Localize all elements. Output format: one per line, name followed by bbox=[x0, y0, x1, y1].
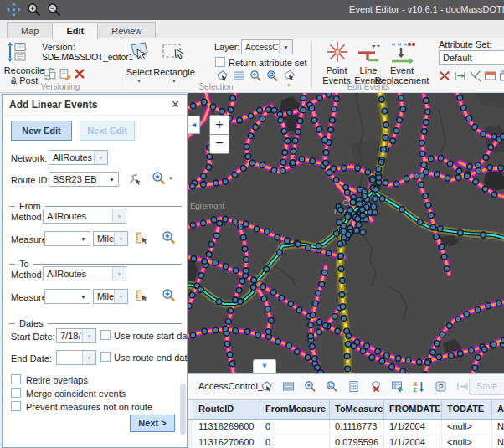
column-header-RouteID[interactable]: RouteID bbox=[193, 400, 260, 419]
layer-dropdown-icon[interactable]: ▼ bbox=[279, 40, 292, 54]
end-date-dropdown-icon[interactable]: ▼ bbox=[82, 351, 95, 364]
to-measure-select-icon[interactable] bbox=[135, 289, 149, 303]
zoom-to-icon[interactable] bbox=[326, 380, 339, 394]
network-dropdown-icon[interactable]: ▼ bbox=[94, 151, 107, 164]
new-version-icon[interactable] bbox=[59, 68, 71, 80]
event-replacement-icon[interactable] bbox=[388, 39, 415, 64]
end-date-combobox[interactable]: ▼ bbox=[56, 350, 96, 365]
collapse-panel-bottom-button[interactable]: ▼ bbox=[253, 359, 276, 373]
measure-icon[interactable] bbox=[454, 70, 466, 82]
route-id-combobox[interactable]: BSR23 EB ▼ bbox=[49, 172, 119, 187]
next-edit-button[interactable]: Next Edit bbox=[80, 121, 135, 141]
attribute-set-label: Attribute Set: bbox=[439, 39, 492, 49]
row-gutter[interactable] bbox=[188, 435, 193, 448]
column-header-FromMeasure[interactable]: FromMeasure bbox=[260, 400, 330, 419]
sort-icon[interactable]: AZ bbox=[413, 380, 426, 394]
cell-FromMeasure: 0 bbox=[260, 420, 330, 435]
option-checkbox-2[interactable] bbox=[11, 401, 21, 411]
from-method-combobox[interactable]: AllRoutes ▼ bbox=[43, 209, 126, 224]
tab-map[interactable]: Map bbox=[7, 22, 53, 39]
from-measure-select-icon[interactable] bbox=[135, 231, 149, 245]
row-gutter[interactable] bbox=[188, 420, 193, 435]
new-edit-button[interactable]: New Edit bbox=[11, 121, 72, 141]
layer-combobox[interactable]: AccessControl_A ▼ bbox=[241, 39, 293, 54]
rectangle-tool-icon[interactable] bbox=[161, 39, 186, 64]
map-zoom-in-button[interactable]: + bbox=[209, 115, 229, 135]
from-measure-zoom-icon[interactable] bbox=[162, 230, 176, 245]
calculator-icon[interactable] bbox=[347, 380, 361, 394]
zoom-selected-icon[interactable] bbox=[304, 380, 317, 394]
network-combobox[interactable]: AllRoutes ▼ bbox=[49, 150, 108, 165]
table-row-1[interactable]: 1131627060000.07955961/1/2004<null>N bbox=[188, 435, 504, 448]
reconcile-post-icon[interactable] bbox=[7, 41, 28, 63]
attribute-set-combobox[interactable]: Default bbox=[439, 50, 504, 65]
panel-title: Add Linear Events bbox=[9, 99, 97, 111]
panel-scrollbar-thumb[interactable] bbox=[180, 384, 186, 435]
map-view[interactable]: EgremontGreatBarrington ◄ + − ▼ bbox=[188, 92, 504, 373]
route-select-icon[interactable] bbox=[128, 172, 142, 186]
option-checkbox-0[interactable] bbox=[11, 374, 21, 384]
use-route-start-checkbox[interactable] bbox=[100, 330, 111, 340]
zoom-to-icon[interactable] bbox=[266, 70, 279, 82]
collapse-panel-left-button[interactable]: ◄ bbox=[188, 116, 200, 134]
option-checkbox-1[interactable] bbox=[11, 388, 21, 398]
from-unit-combobox[interactable]: Miles ▼ bbox=[93, 231, 128, 246]
map-zoom-out-button[interactable]: − bbox=[209, 134, 229, 154]
pan-icon[interactable] bbox=[7, 3, 21, 17]
polygon-select-icon[interactable] bbox=[260, 380, 274, 394]
refresh-version-icon[interactable] bbox=[44, 68, 56, 80]
rectangle-button[interactable]: Rectangle bbox=[151, 67, 198, 77]
to-measure-dropdown-icon[interactable]: ▼ bbox=[77, 290, 90, 303]
attribute-table-icon[interactable] bbox=[233, 70, 245, 82]
grid-layer-label[interactable]: AccessControl_A bbox=[198, 381, 269, 391]
select-tool-icon[interactable] bbox=[126, 39, 151, 64]
route-id-dropdown-icon[interactable]: ▼ bbox=[105, 173, 118, 186]
split-event-icon[interactable] bbox=[439, 70, 451, 82]
cell-FROMDATE: 1/1/2004 bbox=[384, 420, 442, 435]
clear-selection-icon[interactable] bbox=[369, 380, 383, 394]
to-measure-zoom-icon[interactable] bbox=[162, 288, 176, 302]
column-header-FROMDATE[interactable]: FROMDATE bbox=[384, 400, 442, 419]
snap-icon[interactable] bbox=[469, 70, 481, 82]
zoom-in-icon[interactable] bbox=[27, 3, 41, 17]
next-button[interactable]: Next > bbox=[130, 415, 175, 432]
start-date-dropdown-icon[interactable]: ▼ bbox=[82, 329, 95, 342]
measure-icon[interactable] bbox=[456, 380, 470, 394]
tab-edit[interactable]: Edit bbox=[52, 22, 98, 39]
zoom-route-icon[interactable] bbox=[152, 171, 166, 185]
select-shape-icon[interactable] bbox=[283, 70, 296, 82]
zoom-out-icon[interactable] bbox=[47, 3, 61, 17]
to-measure-combobox[interactable]: ▼ bbox=[44, 289, 90, 304]
from-measure-dropdown-icon[interactable]: ▼ bbox=[77, 232, 90, 245]
zoom-route-caret-icon[interactable]: ▼ bbox=[168, 176, 173, 181]
add-record-icon[interactable] bbox=[391, 380, 404, 394]
tab-review[interactable]: Review bbox=[97, 22, 156, 39]
start-date-combobox[interactable]: 7/18/ ▼ bbox=[56, 328, 96, 343]
identify-icon[interactable]: P bbox=[435, 380, 448, 394]
polygon-select-icon[interactable] bbox=[216, 70, 229, 82]
from-unit-dropdown-icon[interactable]: ▼ bbox=[114, 232, 127, 245]
return-attribute-checkbox[interactable] bbox=[215, 57, 225, 67]
point-events-icon[interactable] bbox=[325, 39, 350, 64]
save-button[interactable]: Save bbox=[469, 378, 504, 395]
to-method-combobox[interactable]: AllRoutes ▼ bbox=[43, 266, 126, 281]
from-measure-combobox[interactable]: ▼ bbox=[44, 231, 90, 246]
attribute-grid-panel: AccessControl_A AZP Save RouteIDFromMeas… bbox=[188, 373, 504, 448]
cell-RouteID: 11316269600 bbox=[193, 420, 260, 435]
to-method-dropdown-icon[interactable]: ▼ bbox=[112, 267, 126, 281]
attribute-table-icon[interactable] bbox=[282, 380, 296, 394]
close-icon[interactable]: ✕ bbox=[171, 98, 180, 111]
column-header-TODATE[interactable]: TODATE bbox=[442, 400, 492, 419]
table-row-0[interactable]: 1131626960000.11167731/1/2004<null>N bbox=[188, 420, 504, 435]
zoom-selected-icon[interactable] bbox=[249, 70, 262, 82]
from-method-dropdown-icon[interactable]: ▼ bbox=[112, 209, 126, 223]
to-unit-combobox[interactable]: Miles ▼ bbox=[93, 289, 128, 304]
panel-icon[interactable] bbox=[484, 70, 496, 82]
column-header-AC[interactable]: AC bbox=[492, 400, 504, 419]
delete-version-icon[interactable] bbox=[74, 68, 86, 80]
column-header-ToMeasure[interactable]: ToMeasure bbox=[330, 400, 384, 419]
to-unit-dropdown-icon[interactable]: ▼ bbox=[114, 290, 127, 303]
use-route-end-checkbox[interactable] bbox=[100, 352, 111, 362]
panels-icon[interactable] bbox=[499, 70, 504, 82]
line-events-icon[interactable] bbox=[356, 39, 381, 64]
